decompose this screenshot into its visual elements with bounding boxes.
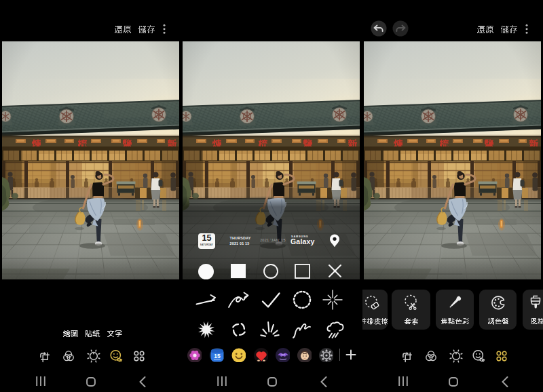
svg-text:15: 15 xyxy=(214,353,221,359)
